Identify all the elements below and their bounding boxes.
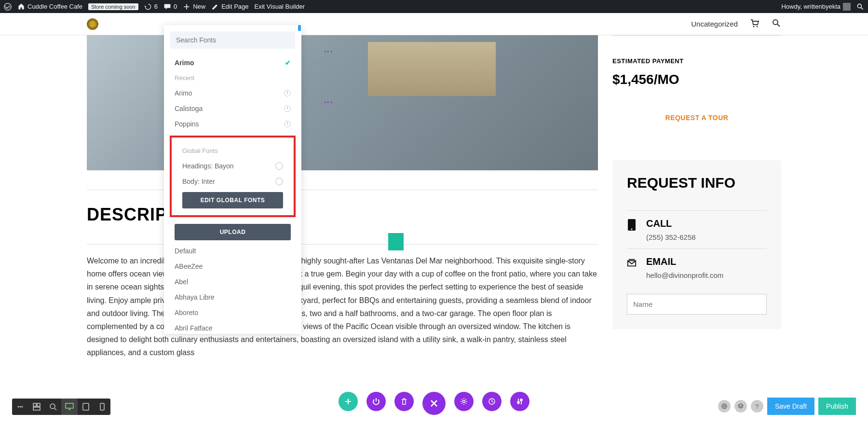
svg-rect-15 bbox=[83, 403, 89, 410]
svg-point-21 bbox=[722, 404, 727, 409]
phone-icon bbox=[627, 218, 637, 232]
site-logo[interactable] bbox=[87, 18, 98, 30]
svg-rect-14 bbox=[66, 403, 73, 408]
avatar bbox=[843, 3, 851, 11]
hero-image bbox=[87, 35, 598, 170]
global-headings-font[interactable]: Headings: Bayon bbox=[172, 158, 294, 174]
font-option[interactable]: Abhaya Libre bbox=[164, 289, 301, 305]
svg-point-19 bbox=[517, 401, 519, 403]
font-option[interactable]: ABeeZee bbox=[164, 259, 301, 274]
updates-link[interactable]: 6 bbox=[144, 3, 158, 11]
font-option[interactable]: Default bbox=[164, 243, 301, 259]
comments-link[interactable]: 0 bbox=[163, 3, 177, 11]
font-option-recent[interactable]: Poppins bbox=[164, 116, 301, 132]
nav-uncategorized[interactable]: Uncategorized bbox=[691, 20, 738, 28]
history-button[interactable] bbox=[482, 392, 502, 411]
global-fonts-label: Global Fonts bbox=[172, 143, 294, 158]
trash-button[interactable] bbox=[394, 392, 414, 411]
divider bbox=[612, 35, 781, 36]
description-heading: DESCRIPT bbox=[87, 205, 598, 225]
close-button[interactable] bbox=[422, 392, 446, 415]
svg-point-8 bbox=[20, 406, 21, 408]
font-picker-popup: Arimo ✔ Recent Arimo Calistoga Poppins G… bbox=[164, 25, 301, 334]
font-option-recent[interactable]: Arimo bbox=[164, 85, 301, 101]
svg-point-7 bbox=[18, 406, 19, 408]
svg-rect-11 bbox=[37, 403, 40, 406]
svg-point-6 bbox=[631, 229, 633, 230]
zoom-icon[interactable] bbox=[45, 399, 61, 415]
font-option-recent[interactable]: Calistoga bbox=[164, 101, 301, 116]
request-tour-button[interactable]: REQUEST A TOUR bbox=[612, 114, 781, 122]
description-body: Welcome to an incredible opportunity in … bbox=[87, 254, 598, 359]
clock-icon bbox=[284, 90, 291, 96]
svg-point-4 bbox=[773, 20, 778, 25]
email-icon bbox=[627, 256, 637, 270]
teal-handle[interactable] bbox=[388, 233, 404, 250]
clock-icon bbox=[284, 121, 291, 127]
font-option-selected[interactable]: Arimo ✔ bbox=[164, 55, 301, 70]
help-icon[interactable]: ? bbox=[751, 400, 763, 413]
svg-point-22 bbox=[723, 405, 725, 407]
email-value: hello@divinonprofit.com bbox=[646, 271, 723, 279]
sliders-button[interactable] bbox=[510, 392, 529, 411]
global-fonts-highlight: Global Fonts Headings: Bayon Body: Inter… bbox=[170, 136, 296, 217]
save-draft-button[interactable]: Save Draft bbox=[767, 398, 814, 415]
cart-icon[interactable] bbox=[750, 18, 760, 29]
font-search-input[interactable] bbox=[170, 31, 295, 49]
check-icon: ✔ bbox=[285, 59, 291, 67]
estimated-payment-amount: $1,456/MO bbox=[612, 72, 781, 87]
call-value: (255) 352-6258 bbox=[646, 233, 696, 241]
svg-rect-10 bbox=[33, 403, 36, 406]
site-name-link[interactable]: Cuddle Coffee Cafe bbox=[17, 3, 82, 11]
menu-dots-icon[interactable] bbox=[12, 399, 28, 415]
mobile-icon[interactable] bbox=[94, 399, 110, 415]
new-link[interactable]: New bbox=[183, 3, 205, 11]
edit-page-link[interactable]: Edit Page bbox=[211, 3, 248, 11]
font-option[interactable]: Abel bbox=[164, 274, 301, 289]
svg-point-13 bbox=[50, 404, 55, 409]
power-button[interactable] bbox=[366, 392, 386, 411]
svg-point-1 bbox=[857, 4, 861, 8]
add-button[interactable] bbox=[339, 392, 358, 411]
font-option[interactable]: Abril Fatface bbox=[164, 320, 301, 334]
email-label: EMAIL bbox=[646, 256, 723, 267]
svg-point-20 bbox=[520, 399, 522, 401]
divider bbox=[87, 244, 598, 245]
wireframe-icon[interactable] bbox=[28, 399, 45, 415]
module-menu-icon[interactable]: ⋮ bbox=[323, 98, 334, 107]
settings-button[interactable] bbox=[454, 392, 474, 411]
svg-rect-12 bbox=[33, 407, 40, 410]
store-status-badge: Store coming soon bbox=[88, 3, 138, 10]
site-header: Uncategorized bbox=[0, 13, 868, 35]
svg-rect-16 bbox=[100, 403, 104, 410]
request-info-title: REQUEST INFO bbox=[627, 175, 767, 191]
estimated-payment-label: ESTIMATED PAYMENT bbox=[612, 57, 781, 65]
tablet-icon[interactable] bbox=[78, 399, 94, 415]
module-menu-icon[interactable]: ⋮ bbox=[323, 47, 334, 56]
request-info-box: REQUEST INFO CALL (255) 352-6258 EMAIL h… bbox=[612, 160, 781, 329]
layers-icon[interactable] bbox=[734, 400, 747, 413]
wp-admin-bar: Cuddle Coffee Cafe Store coming soon 6 0… bbox=[0, 0, 868, 13]
publish-button[interactable]: Publish bbox=[818, 398, 856, 415]
howdy-user[interactable]: Howdy, writtenbyekta bbox=[781, 3, 851, 11]
header-search-icon[interactable] bbox=[772, 18, 781, 29]
exit-builder-link[interactable]: Exit Visual Builder bbox=[255, 3, 305, 10]
global-body-font[interactable]: Body: Inter bbox=[172, 174, 294, 189]
edit-global-fonts-button[interactable]: EDIT GLOBAL FONTS bbox=[182, 192, 283, 208]
blue-notch bbox=[298, 25, 301, 31]
help-preview-icon[interactable] bbox=[718, 400, 731, 413]
divider bbox=[87, 190, 598, 190]
font-option[interactable]: Aboreto bbox=[164, 305, 301, 320]
call-label: CALL bbox=[646, 218, 696, 229]
search-icon[interactable] bbox=[856, 3, 864, 11]
builder-action-toolbar bbox=[339, 392, 529, 415]
clock-icon bbox=[284, 105, 291, 112]
upload-font-button[interactable]: UPLOAD bbox=[175, 224, 291, 240]
name-input[interactable] bbox=[627, 294, 767, 315]
globe-icon bbox=[275, 162, 283, 170]
responsive-toolbar bbox=[12, 399, 110, 415]
desktop-icon[interactable] bbox=[61, 399, 78, 415]
svg-point-3 bbox=[757, 26, 758, 28]
wp-logo[interactable] bbox=[4, 3, 12, 11]
svg-point-9 bbox=[22, 406, 23, 408]
